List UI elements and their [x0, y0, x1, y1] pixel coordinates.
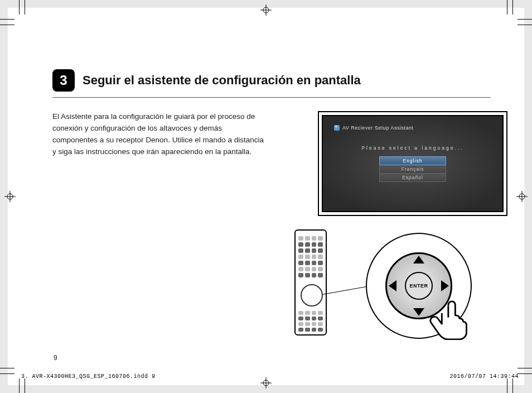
crop-mark [0, 373, 14, 374]
dpad-callout-bubble: ENTER [366, 233, 472, 339]
crop-mark [518, 368, 532, 368]
crop-mark [19, 0, 20, 15]
crop-mark [507, 0, 507, 15]
registration-mark-icon [516, 191, 528, 202]
remote-illustration: ENTER [284, 229, 507, 341]
crop-mark [507, 378, 507, 393]
crop-mark [0, 25, 14, 25]
footer-left: 3. AVR-X4300HE3_QSG_ESP_160706.indd 9 [21, 373, 156, 380]
tv-language-prompt: Please select a language... [334, 145, 491, 151]
content-area: 3 Seguir el asistente de configuración e… [52, 69, 491, 352]
crop-mark [518, 373, 532, 374]
arrow-up-icon [413, 256, 424, 263]
remote-control-icon [294, 229, 327, 336]
language-option-espanol: Español [379, 174, 446, 182]
tv-screen: AV Reciever Setup Assistant Please selec… [323, 116, 502, 211]
wrench-icon [334, 125, 340, 131]
language-option-english: English [379, 156, 446, 165]
crop-mark [25, 378, 25, 393]
tv-setup-title: AV Reciever Setup Assistant [342, 125, 413, 131]
heading-row: 3 Seguir el asistente de configuración e… [52, 69, 491, 92]
manual-page: 3 Seguir el asistente de configuración e… [8, 8, 524, 385]
body-paragraph: El Asistente para la configuración le gu… [52, 111, 264, 158]
crop-mark [518, 19, 532, 20]
crop-mark [518, 25, 532, 25]
language-list: English Français Español [379, 156, 446, 182]
crop-mark [512, 378, 513, 393]
registration-mark-icon [260, 377, 272, 389]
crop-mark [0, 19, 14, 20]
arrow-left-icon [389, 280, 396, 291]
page-title: Seguir el asistente de configuración en … [83, 73, 361, 88]
registration-mark-icon [4, 191, 16, 202]
step-number-badge: 3 [52, 69, 75, 92]
page-number: 9 [54, 354, 57, 362]
crop-mark [0, 368, 14, 368]
footer-right: 2016/07/07 14:39:44 [449, 373, 519, 380]
tv-illustration: AV Reciever Setup Assistant Please selec… [318, 111, 507, 216]
registration-mark-icon [260, 4, 272, 16]
crop-mark [25, 0, 25, 15]
callout-line [322, 286, 370, 295]
crop-mark [19, 378, 20, 393]
language-option-francais: Français [379, 165, 446, 174]
crop-mark [512, 0, 513, 15]
pointing-hand-icon [419, 286, 473, 340]
heading-rule [52, 97, 491, 98]
